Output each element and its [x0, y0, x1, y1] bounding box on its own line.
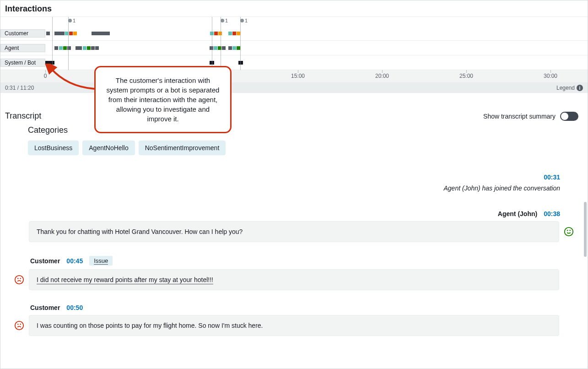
- timeline-segment[interactable]: [237, 46, 240, 50]
- axis-tick: 15:00: [291, 73, 305, 79]
- timeline-segment[interactable]: [210, 46, 213, 50]
- timeline-segment[interactable]: [210, 61, 214, 65]
- system-event-text: Agent (John) has joined the conversation: [14, 184, 560, 192]
- transcript-header: Transcript Show transcript summary: [0, 93, 588, 125]
- axis-tick: 30:00: [544, 73, 557, 79]
- timeline-segment[interactable]: [65, 32, 69, 35]
- timeline-segment[interactable]: [91, 46, 95, 50]
- playback-position: 0:31 / 11:20: [5, 85, 34, 91]
- timeline-segment[interactable]: [218, 46, 221, 50]
- message-row: Thank you for chatting with Hotel Grand …: [14, 221, 574, 242]
- timeline-segment[interactable]: [95, 46, 99, 50]
- legend-label: Legend: [556, 85, 575, 91]
- callout-box: The customer's interaction with system p…: [94, 66, 232, 133]
- svg-point-6: [15, 321, 23, 330]
- agent-row-label: Agent: [0, 44, 45, 52]
- categories-section: Categories LostBusiness AgentNoHello NoS…: [0, 125, 588, 164]
- smile-icon: [564, 227, 574, 237]
- issue-tag[interactable]: Issue: [89, 256, 113, 266]
- scrollbar[interactable]: [584, 202, 587, 257]
- message-text: Thank you for chatting with Hotel Grand …: [37, 228, 243, 235]
- timeline-segment[interactable]: [73, 32, 77, 35]
- timeline-markers: 111: [0, 17, 588, 26]
- timeline-segment[interactable]: [228, 32, 232, 35]
- timeline-marker[interactable]: 1: [68, 18, 76, 23]
- message-block-customer: Customer 00:50 I was counting on those p…: [14, 304, 574, 336]
- message-header: Customer 00:50: [14, 304, 574, 311]
- timeline-marker[interactable]: 1: [240, 18, 248, 23]
- message-time: 00:45: [66, 257, 83, 265]
- timeline-segment[interactable]: [46, 32, 50, 35]
- timeline-segment[interactable]: [69, 32, 73, 35]
- message-row: I did not receive my reward points after…: [14, 269, 574, 290]
- transcript-body: 00:31 Agent (John) has joined the conver…: [0, 164, 588, 336]
- speaker-label: Agent (John): [498, 210, 537, 217]
- summary-toggle[interactable]: [560, 112, 578, 121]
- timeline-segment[interactable]: [214, 32, 218, 35]
- message-block-customer: Customer 00:45 Issue I did not receive m…: [14, 256, 574, 290]
- message-header: Agent (John) 00:38: [14, 210, 574, 217]
- category-tag[interactable]: NoSentimentImprovement: [139, 141, 226, 155]
- summary-toggle-label: Show transcript summary: [483, 113, 556, 120]
- callout-arrow: [44, 64, 99, 91]
- message-row: I was counting on those points to pay fo…: [14, 315, 574, 336]
- callout-text: The customer's interaction with system p…: [107, 76, 220, 123]
- info-icon: i: [577, 85, 583, 91]
- timeline-segment[interactable]: [83, 46, 86, 50]
- timeline-row-customer: Customer: [0, 26, 588, 41]
- interactions-title: Interactions: [0, 0, 588, 16]
- svg-point-4: [18, 278, 18, 279]
- message-text: I was counting on those points to pay fo…: [37, 322, 263, 329]
- timeline-marker[interactable]: 1: [221, 18, 228, 23]
- timeline-segment[interactable]: [237, 32, 240, 35]
- timeline-segment[interactable]: [87, 46, 91, 50]
- category-tag[interactable]: AgentNoHello: [82, 141, 135, 155]
- system-event: 00:31 Agent (John) has joined the conver…: [14, 164, 574, 196]
- svg-point-7: [18, 324, 18, 325]
- app-container: Interactions 111 Customer Agent System /…: [0, 0, 588, 369]
- message-text: I did not receive my reward points after…: [37, 276, 213, 284]
- svg-point-2: [570, 230, 570, 231]
- frown-icon: [14, 275, 24, 285]
- customer-row-label: Customer: [0, 29, 45, 38]
- axis-tick: 20:00: [375, 73, 389, 79]
- svg-point-0: [565, 228, 573, 236]
- timeline-row-agent: Agent: [0, 41, 588, 55]
- timeline-segment[interactable]: [232, 46, 236, 50]
- category-tags: LostBusiness AgentNoHello NoSentimentImp…: [28, 141, 588, 155]
- timeline-segment[interactable]: [67, 46, 71, 50]
- timeline-segment[interactable]: [92, 32, 110, 35]
- timeline-segment[interactable]: [228, 46, 232, 50]
- message-header: Customer 00:45 Issue: [14, 256, 574, 266]
- category-tag[interactable]: LostBusiness: [28, 141, 79, 155]
- timeline-segment[interactable]: [210, 32, 214, 35]
- timeline-segment[interactable]: [59, 46, 63, 50]
- frown-icon: [14, 320, 24, 331]
- svg-point-3: [15, 276, 23, 284]
- message-block-agent: Agent (John) 00:38 Thank you for chattin…: [14, 210, 574, 242]
- timeline-segment[interactable]: [232, 32, 236, 35]
- axis-tick: 25:00: [459, 73, 473, 79]
- message-time: 00:50: [66, 304, 83, 311]
- timeline-segment[interactable]: [218, 32, 222, 35]
- summary-toggle-group: Show transcript summary: [483, 112, 578, 121]
- message-bubble: I was counting on those points to pay fo…: [29, 315, 559, 336]
- timeline-segment[interactable]: [54, 32, 65, 35]
- timeline-segment[interactable]: [214, 46, 217, 50]
- timeline-segment[interactable]: [76, 46, 82, 50]
- svg-point-5: [20, 278, 21, 279]
- bot-row-label: System / Bot: [0, 59, 45, 67]
- speaker-label: Customer: [30, 304, 60, 311]
- message-bubble: Thank you for chatting with Hotel Grand …: [29, 221, 559, 242]
- svg-point-8: [20, 324, 21, 325]
- timeline-segment[interactable]: [63, 46, 67, 50]
- message-bubble: I did not receive my reward points after…: [29, 269, 559, 290]
- svg-point-1: [567, 230, 568, 231]
- timeline-segment[interactable]: [54, 46, 58, 50]
- speaker-label: Customer: [30, 257, 60, 265]
- timeline-segment[interactable]: [238, 61, 243, 65]
- system-event-time: 00:31: [14, 174, 560, 181]
- legend-button[interactable]: Legend i: [556, 85, 583, 91]
- toggle-knob: [561, 113, 568, 120]
- timeline-segment[interactable]: [222, 46, 226, 50]
